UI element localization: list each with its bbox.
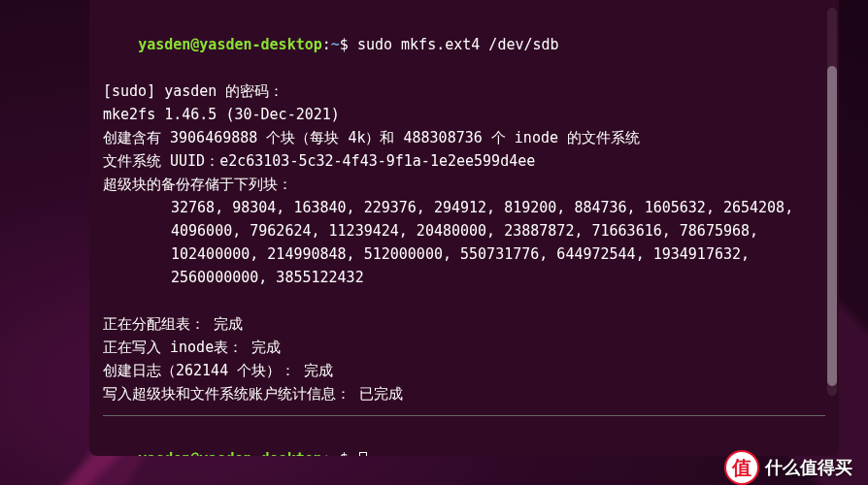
prompt-user-host: yasden@yasden-desktop bbox=[138, 450, 322, 456]
prompt-symbol: $ bbox=[340, 450, 349, 456]
prompt-line-1: yasden@yasden-desktop:~$ sudo mkfs.ext4 … bbox=[103, 10, 825, 80]
output-blocks-row1: 32768, 98304, 163840, 229376, 294912, 81… bbox=[103, 196, 825, 219]
watermark-text: 什么值得买 bbox=[765, 456, 852, 479]
terminal-scrollbar[interactable] bbox=[827, 8, 837, 396]
output-mke2fs-version: mke2fs 1.46.5 (30-Dec-2021) bbox=[103, 103, 825, 126]
watermark: 值 什么值得买 bbox=[724, 450, 852, 485]
watermark-badge-icon: 值 bbox=[724, 450, 759, 485]
command-text: sudo mkfs.ext4 /dev/sdb bbox=[357, 36, 559, 53]
blank-line bbox=[103, 289, 825, 312]
cursor-icon bbox=[359, 452, 367, 457]
prompt-symbol: $ bbox=[340, 36, 349, 53]
scrollbar-thumb[interactable] bbox=[827, 66, 837, 386]
prompt-user-host: yasden@yasden-desktop bbox=[138, 36, 322, 53]
output-creating-fs: 创建含有 3906469888 个块（每块 4k）和 488308736 个 i… bbox=[103, 126, 825, 149]
output-alloc-group: 正在分配组表： 完成 bbox=[103, 312, 825, 336]
prompt-line-2[interactable]: yasden@yasden-desktop:~$ bbox=[103, 424, 825, 456]
output-blocks-row4: 2560000000, 3855122432 bbox=[103, 266, 825, 289]
output-create-journal: 创建日志（262144 个块）： 完成 bbox=[103, 359, 825, 382]
output-sudo-prompt: [sudo] yasden 的密码： bbox=[103, 80, 825, 103]
output-uuid: 文件系统 UUID：e2c63103-5c32-4f43-9f1a-1e2ee5… bbox=[103, 149, 825, 173]
terminal-window[interactable]: yasden@yasden-desktop:~$ sudo mkfs.ext4 … bbox=[89, 0, 839, 456]
output-write-inode: 正在写入 inode表： 完成 bbox=[103, 336, 825, 359]
output-blocks-row3: 102400000, 214990848, 512000000, 5507317… bbox=[103, 242, 825, 266]
output-blocks-row2: 4096000, 7962624, 11239424, 20480000, 23… bbox=[103, 219, 825, 242]
output-superblock-header: 超级块的备份存储于下列块： bbox=[103, 173, 825, 196]
output-write-superblock: 写入超级块和文件系统账户统计信息： 已完成 bbox=[103, 382, 825, 405]
prompt-separator: : bbox=[322, 450, 331, 456]
prompt-separator: : bbox=[322, 36, 331, 53]
prompt-path: ~ bbox=[331, 36, 340, 53]
terminal-divider bbox=[103, 415, 825, 416]
prompt-path: ~ bbox=[331, 450, 340, 456]
